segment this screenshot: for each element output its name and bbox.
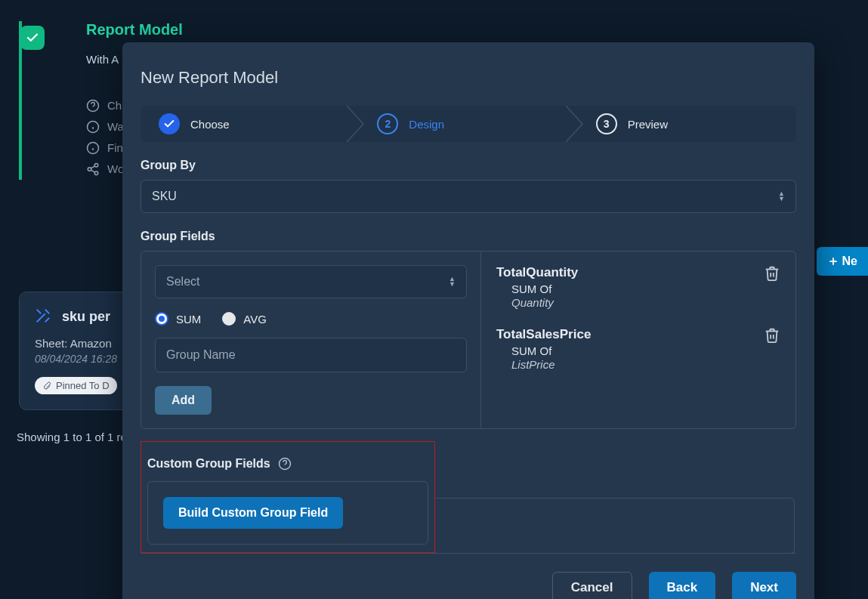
paperclip-icon <box>42 381 51 391</box>
group-by-value: SKU <box>152 190 177 203</box>
delete-button[interactable] <box>764 265 780 284</box>
custom-group-label: Custom Group Fields <box>147 457 270 471</box>
step-number: 3 <box>596 113 617 134</box>
step-preview[interactable]: 3 Preview <box>578 106 796 142</box>
add-button[interactable]: Add <box>155 386 212 415</box>
group-fields-list: TotalQuantity SUM Of Quantity TotalSales… <box>481 252 795 428</box>
agg-avg-label: AVG <box>243 313 267 326</box>
showing-text: Showing 1 to 1 of 1 res <box>17 431 132 443</box>
step-design[interactable]: 2 Design <box>359 106 577 142</box>
share-icon <box>86 162 100 176</box>
agg-sum-label: SUM <box>176 313 201 326</box>
svg-point-10 <box>94 171 98 175</box>
step-number: 2 <box>377 113 398 134</box>
help-circle-icon <box>86 99 100 113</box>
new-button[interactable]: Ne <box>817 247 868 276</box>
chevron-updown-icon: ▲▼ <box>778 191 785 202</box>
check-icon <box>163 118 175 130</box>
group-field-item: TotalSalesPrice SUM Of ListPrice <box>496 327 780 371</box>
group-field-agg: SUM Of <box>511 283 578 295</box>
group-fields-form: Select ▲▼ SUM AVG Add <box>141 252 481 428</box>
trash-icon <box>764 327 780 344</box>
trash-icon <box>764 265 780 282</box>
check-icon <box>26 31 39 45</box>
next-button[interactable]: Next <box>732 572 796 599</box>
info-circle-icon <box>86 141 100 155</box>
new-report-modal: New Report Model Choose 2 Design 3 Previ… <box>122 42 814 599</box>
info-check-badge <box>20 26 45 50</box>
svg-point-8 <box>94 163 98 167</box>
group-by-label: Group By <box>141 159 796 172</box>
info-title: Report Model <box>86 21 865 39</box>
group-field-name: TotalQuantity <box>496 265 578 280</box>
group-field-source: Quantity <box>511 296 578 309</box>
svg-point-9 <box>88 167 91 171</box>
sku-pin-badge: Pinned To D <box>35 377 117 394</box>
group-fields-area: Select ▲▼ SUM AVG Add TotalQuantity <box>141 251 796 429</box>
help-circle-icon[interactable] <box>278 457 292 471</box>
custom-box-extension <box>435 498 795 554</box>
chevron-updown-icon: ▲▼ <box>449 276 456 287</box>
modal-title: New Report Model <box>141 68 796 88</box>
sku-title: sku per <box>62 309 110 325</box>
group-field-source: ListPrice <box>511 358 591 371</box>
plus-icon <box>827 255 839 267</box>
delete-button[interactable] <box>764 327 780 346</box>
step-label: Choose <box>190 118 230 131</box>
back-button[interactable]: Back <box>649 572 716 599</box>
step-label: Design <box>409 118 444 131</box>
group-field-name: TotalSalesPrice <box>496 327 591 342</box>
cancel-button[interactable]: Cancel <box>552 572 632 599</box>
group-name-input[interactable] <box>155 338 467 372</box>
info-circle-icon <box>86 120 100 134</box>
radio-selected-icon <box>155 312 168 326</box>
step-choose[interactable]: Choose <box>141 106 359 142</box>
group-by-select[interactable]: SKU ▲▼ <box>141 180 796 213</box>
group-field-agg: SUM Of <box>511 344 591 357</box>
field-select-placeholder: Select <box>166 275 199 289</box>
svg-line-12 <box>91 165 94 168</box>
agg-avg-radio[interactable]: AVG <box>222 312 267 326</box>
field-select[interactable]: Select ▲▼ <box>155 265 467 298</box>
radio-unselected-icon <box>222 312 236 326</box>
step-label: Preview <box>628 118 668 131</box>
step-done-indicator <box>159 113 180 134</box>
group-fields-label: Group Fields <box>141 230 796 243</box>
build-custom-group-button[interactable]: Build Custom Group Field <box>163 497 343 529</box>
custom-group-highlight: Custom Group Fields Build Custom Group F… <box>141 441 435 553</box>
stepper: Choose 2 Design 3 Preview <box>141 106 796 142</box>
agg-sum-radio[interactable]: SUM <box>155 312 201 326</box>
svg-line-11 <box>91 170 94 172</box>
group-field-item: TotalQuantity SUM Of Quantity <box>496 265 780 309</box>
tools-icon <box>35 307 51 326</box>
custom-group-box: Build Custom Group Field <box>147 481 428 545</box>
